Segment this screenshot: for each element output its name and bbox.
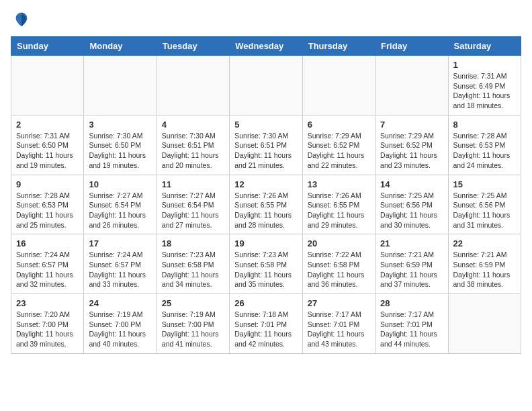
day-number: 3 <box>89 120 151 130</box>
day-number: 10 <box>89 179 151 189</box>
day-info: Sunrise: 7:29 AMSunset: 6:52 PMDaylight:… <box>380 131 443 171</box>
day-info: Sunrise: 7:29 AMSunset: 6:52 PMDaylight:… <box>308 131 370 171</box>
day-number: 23 <box>16 298 79 308</box>
day-number: 9 <box>16 179 79 189</box>
weekday-header-wednesday: Wednesday <box>230 37 302 56</box>
logo-icon <box>12 11 31 30</box>
day-number: 20 <box>308 238 370 248</box>
calendar-day-empty <box>375 56 448 116</box>
day-info: Sunrise: 7:31 AMSunset: 6:50 PMDaylight:… <box>16 131 79 171</box>
day-number: 12 <box>234 179 297 189</box>
weekday-header-tuesday: Tuesday <box>157 37 229 56</box>
day-info: Sunrise: 7:21 AMSunset: 6:59 PMDaylight:… <box>380 250 443 289</box>
day-info: Sunrise: 7:18 AMSunset: 7:01 PMDaylight:… <box>234 310 297 349</box>
day-info: Sunrise: 7:31 AMSunset: 6:49 PMDaylight:… <box>453 71 516 111</box>
calendar-table: SundayMondayTuesdayWednesdayThursdayFrid… <box>11 36 521 354</box>
day-number: 15 <box>453 179 516 189</box>
calendar-day-17: 17Sunrise: 7:24 AMSunset: 6:57 PMDayligh… <box>84 234 157 294</box>
day-info: Sunrise: 7:28 AMSunset: 6:53 PMDaylight:… <box>16 191 79 230</box>
day-info: Sunrise: 7:24 AMSunset: 6:57 PMDaylight:… <box>16 250 79 289</box>
calendar-day-11: 11Sunrise: 7:27 AMSunset: 6:54 PMDayligh… <box>157 175 229 234</box>
calendar-day-8: 8Sunrise: 7:28 AMSunset: 6:53 PMDaylight… <box>448 115 521 175</box>
calendar-day-26: 26Sunrise: 7:18 AMSunset: 7:01 PMDayligh… <box>230 294 302 354</box>
calendar-day-14: 14Sunrise: 7:25 AMSunset: 6:56 PMDayligh… <box>375 175 448 234</box>
day-info: Sunrise: 7:26 AMSunset: 6:55 PMDaylight:… <box>234 191 297 230</box>
day-info: Sunrise: 7:24 AMSunset: 6:57 PMDaylight:… <box>89 250 151 289</box>
calendar-day-22: 22Sunrise: 7:21 AMSunset: 6:59 PMDayligh… <box>448 234 521 294</box>
calendar-day-24: 24Sunrise: 7:19 AMSunset: 7:00 PMDayligh… <box>84 294 157 354</box>
calendar-day-25: 25Sunrise: 7:19 AMSunset: 7:00 PMDayligh… <box>157 294 229 354</box>
calendar-week-5: 23Sunrise: 7:20 AMSunset: 7:00 PMDayligh… <box>11 294 521 354</box>
day-info: Sunrise: 7:27 AMSunset: 6:54 PMDaylight:… <box>162 191 224 230</box>
calendar-day-6: 6Sunrise: 7:29 AMSunset: 6:52 PMDaylight… <box>302 115 375 175</box>
day-number: 2 <box>16 120 79 130</box>
calendar-week-2: 2Sunrise: 7:31 AMSunset: 6:50 PMDaylight… <box>11 115 521 175</box>
calendar-day-empty <box>84 56 157 116</box>
calendar-day-28: 28Sunrise: 7:17 AMSunset: 7:01 PMDayligh… <box>375 294 448 354</box>
day-number: 13 <box>308 179 370 189</box>
calendar-day-empty <box>302 56 375 116</box>
calendar-day-empty <box>230 56 302 116</box>
page-header <box>11 11 521 30</box>
day-number: 28 <box>380 298 443 308</box>
calendar-week-3: 9Sunrise: 7:28 AMSunset: 6:53 PMDaylight… <box>11 175 521 234</box>
day-number: 24 <box>89 298 151 308</box>
day-info: Sunrise: 7:28 AMSunset: 6:53 PMDaylight:… <box>453 131 516 171</box>
weekday-header-friday: Friday <box>375 37 448 56</box>
calendar-day-5: 5Sunrise: 7:30 AMSunset: 6:51 PMDaylight… <box>230 115 302 175</box>
day-info: Sunrise: 7:19 AMSunset: 7:00 PMDaylight:… <box>89 310 151 349</box>
calendar-day-27: 27Sunrise: 7:17 AMSunset: 7:01 PMDayligh… <box>302 294 375 354</box>
calendar-day-empty <box>157 56 229 116</box>
day-info: Sunrise: 7:23 AMSunset: 6:58 PMDaylight:… <box>162 250 224 289</box>
day-number: 16 <box>16 238 79 248</box>
day-number: 1 <box>453 60 516 70</box>
day-info: Sunrise: 7:21 AMSunset: 6:59 PMDaylight:… <box>453 250 516 289</box>
day-number: 21 <box>380 238 443 248</box>
calendar-day-18: 18Sunrise: 7:23 AMSunset: 6:58 PMDayligh… <box>157 234 229 294</box>
day-info: Sunrise: 7:17 AMSunset: 7:01 PMDaylight:… <box>308 310 370 349</box>
weekday-header-saturday: Saturday <box>448 37 521 56</box>
day-number: 7 <box>380 120 443 130</box>
day-number: 4 <box>162 120 224 130</box>
day-number: 17 <box>89 238 151 248</box>
day-info: Sunrise: 7:20 AMSunset: 7:00 PMDaylight:… <box>16 310 79 349</box>
calendar-day-20: 20Sunrise: 7:22 AMSunset: 6:58 PMDayligh… <box>302 234 375 294</box>
day-info: Sunrise: 7:17 AMSunset: 7:01 PMDaylight:… <box>380 310 443 349</box>
day-number: 26 <box>234 298 297 308</box>
calendar-day-16: 16Sunrise: 7:24 AMSunset: 6:57 PMDayligh… <box>11 234 84 294</box>
calendar-day-12: 12Sunrise: 7:26 AMSunset: 6:55 PMDayligh… <box>230 175 302 234</box>
weekday-header-thursday: Thursday <box>302 37 375 56</box>
day-number: 18 <box>162 238 224 248</box>
day-info: Sunrise: 7:25 AMSunset: 6:56 PMDaylight:… <box>453 191 516 230</box>
day-info: Sunrise: 7:30 AMSunset: 6:51 PMDaylight:… <box>162 131 224 171</box>
calendar-day-23: 23Sunrise: 7:20 AMSunset: 7:00 PMDayligh… <box>11 294 84 354</box>
day-info: Sunrise: 7:30 AMSunset: 6:50 PMDaylight:… <box>89 131 151 171</box>
day-number: 6 <box>308 120 370 130</box>
day-number: 14 <box>380 179 443 189</box>
day-number: 25 <box>162 298 224 308</box>
day-info: Sunrise: 7:30 AMSunset: 6:51 PMDaylight:… <box>234 131 297 171</box>
calendar-day-21: 21Sunrise: 7:21 AMSunset: 6:59 PMDayligh… <box>375 234 448 294</box>
day-number: 5 <box>234 120 297 130</box>
day-number: 27 <box>308 298 370 308</box>
weekday-header-row: SundayMondayTuesdayWednesdayThursdayFrid… <box>11 37 521 56</box>
calendar-day-19: 19Sunrise: 7:23 AMSunset: 6:58 PMDayligh… <box>230 234 302 294</box>
day-info: Sunrise: 7:22 AMSunset: 6:58 PMDaylight:… <box>308 250 370 289</box>
calendar-day-empty <box>448 294 521 354</box>
day-number: 8 <box>453 120 516 130</box>
logo <box>11 11 31 30</box>
calendar-day-3: 3Sunrise: 7:30 AMSunset: 6:50 PMDaylight… <box>84 115 157 175</box>
calendar-week-4: 16Sunrise: 7:24 AMSunset: 6:57 PMDayligh… <box>11 234 521 294</box>
calendar-day-7: 7Sunrise: 7:29 AMSunset: 6:52 PMDaylight… <box>375 115 448 175</box>
weekday-header-monday: Monday <box>84 37 157 56</box>
day-number: 22 <box>453 238 516 248</box>
calendar-day-1: 1Sunrise: 7:31 AMSunset: 6:49 PMDaylight… <box>448 56 521 116</box>
day-info: Sunrise: 7:23 AMSunset: 6:58 PMDaylight:… <box>234 250 297 289</box>
day-info: Sunrise: 7:25 AMSunset: 6:56 PMDaylight:… <box>380 191 443 230</box>
calendar-day-15: 15Sunrise: 7:25 AMSunset: 6:56 PMDayligh… <box>448 175 521 234</box>
weekday-header-sunday: Sunday <box>11 37 84 56</box>
day-number: 19 <box>234 238 297 248</box>
day-info: Sunrise: 7:27 AMSunset: 6:54 PMDaylight:… <box>89 191 151 230</box>
calendar-week-1: 1Sunrise: 7:31 AMSunset: 6:49 PMDaylight… <box>11 56 521 116</box>
calendar-day-13: 13Sunrise: 7:26 AMSunset: 6:55 PMDayligh… <box>302 175 375 234</box>
